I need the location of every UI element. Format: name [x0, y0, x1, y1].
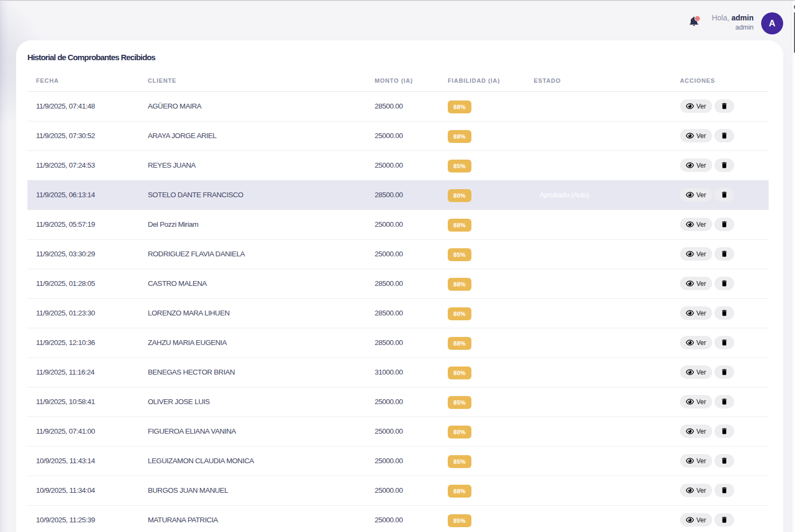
left-edge-shadow: [0, 1, 10, 532]
cell-monto: 25000.00: [366, 446, 439, 476]
cell-estado: [525, 269, 671, 298]
delete-button[interactable]: [714, 129, 734, 142]
ver-button[interactable]: Ver: [680, 484, 712, 497]
ver-button[interactable]: Ver: [680, 513, 712, 527]
ver-button[interactable]: Ver: [680, 218, 712, 231]
delete-button[interactable]: [714, 484, 734, 497]
cell-cliente: FIGUEROA ELIANA VANINA: [139, 416, 366, 446]
fiabilidad-badge: 88%: [448, 219, 471, 232]
ver-button[interactable]: Ver: [680, 99, 712, 113]
cell-fecha: 11/9/2025, 06:13:14: [27, 180, 139, 210]
cell-cliente: LORENZO MARA LIHUEN: [139, 298, 366, 328]
col-header-estado: ESTADO: [525, 70, 671, 91]
cell-estado: [525, 505, 671, 532]
cell-fiabilidad: 85%: [439, 150, 525, 180]
cell-estado: [525, 210, 671, 239]
avatar-initial: A: [769, 18, 775, 29]
delete-button[interactable]: [714, 306, 734, 320]
cell-cliente: ZAHZU MARIA EUGENIA: [139, 328, 366, 357]
cell-acciones: Ver: [671, 357, 769, 387]
page-scrollbar[interactable]: [792, 1, 795, 532]
ver-button[interactable]: Ver: [680, 277, 712, 290]
cell-fiabilidad: 88%: [439, 121, 525, 150]
ver-button[interactable]: Ver: [680, 336, 712, 349]
cell-fiabilidad: 88%: [439, 269, 525, 298]
ver-label: Ver: [696, 221, 706, 228]
cell-monto: 25000.00: [366, 476, 439, 505]
cell-acciones: Ver: [671, 476, 769, 505]
cell-acciones: Ver: [671, 91, 769, 121]
avatar[interactable]: A: [761, 12, 783, 34]
trash-icon: [720, 427, 728, 435]
delete-button[interactable]: [714, 425, 734, 438]
table-header-row: FECHA CLIENTE MONTO (IA) FIABILIDAD (IA)…: [27, 70, 769, 91]
delete-button[interactable]: [714, 188, 734, 202]
ver-button[interactable]: Ver: [680, 425, 712, 438]
cell-fecha: 11/9/2025, 07:24:53: [27, 150, 139, 180]
ver-button[interactable]: Ver: [680, 188, 712, 202]
fiabilidad-badge: 80%: [448, 189, 471, 202]
trash-icon: [720, 309, 728, 317]
delete-button[interactable]: [714, 454, 734, 468]
cell-fecha: 11/9/2025, 01:23:30: [27, 298, 139, 328]
delete-button[interactable]: [714, 247, 734, 261]
cell-fecha: 10/9/2025, 11:34:04: [27, 476, 139, 505]
delete-button[interactable]: [714, 277, 734, 290]
ver-label: Ver: [696, 310, 706, 317]
cell-acciones: Ver: [671, 239, 769, 269]
delete-button[interactable]: [714, 159, 734, 172]
ver-label: Ver: [696, 369, 706, 376]
delete-button[interactable]: [714, 218, 734, 231]
estado-label: Aprobado (Auto): [540, 191, 589, 199]
delete-button[interactable]: [714, 336, 734, 349]
ver-button[interactable]: Ver: [680, 365, 712, 379]
table-row: 11/9/2025, 11:16:24 BENEGAS HECTOR BRIAN…: [27, 357, 769, 387]
eye-icon: [686, 399, 694, 405]
delete-button[interactable]: [714, 513, 734, 527]
cell-fiabilidad: 88%: [439, 328, 525, 357]
ver-button[interactable]: Ver: [680, 159, 712, 172]
delete-button[interactable]: [714, 365, 734, 379]
cell-acciones: Ver: [671, 180, 769, 210]
cell-acciones: Ver: [671, 210, 769, 239]
ver-button[interactable]: Ver: [680, 306, 712, 320]
delete-button[interactable]: [714, 99, 734, 113]
table-row: 11/9/2025, 07:24:53 REYES JUANA 25000.00…: [27, 150, 769, 180]
ver-label: Ver: [696, 132, 706, 140]
receipts-table: FECHA CLIENTE MONTO (IA) FIABILIDAD (IA)…: [27, 70, 769, 532]
eye-icon: [686, 133, 694, 139]
delete-button[interactable]: [714, 395, 734, 408]
cell-cliente: Del Pozzi Miriam: [139, 210, 366, 239]
ver-button[interactable]: Ver: [680, 247, 712, 261]
cell-fecha: 11/9/2025, 07:41:00: [27, 416, 139, 446]
eye-icon: [686, 487, 694, 493]
trash-icon: [720, 398, 728, 406]
cell-cliente: SOTELO DANTE FRANCISCO: [139, 180, 366, 210]
trash-icon: [720, 161, 728, 169]
eye-icon: [686, 103, 694, 109]
eye-icon: [686, 458, 694, 464]
notifications-button[interactable]: [687, 16, 700, 27]
cell-acciones: Ver: [671, 298, 769, 328]
cell-cliente: LEGUIZAMON CLAUDIA MONICA: [139, 446, 366, 476]
cell-estado: [525, 121, 671, 150]
cell-estado: [525, 416, 671, 446]
col-header-monto: MONTO (IA): [366, 70, 439, 91]
cell-fecha: 11/9/2025, 10:58:41: [27, 387, 139, 416]
fiabilidad-badge: 88%: [448, 100, 471, 113]
ver-button[interactable]: Ver: [680, 129, 712, 142]
trash-icon: [720, 250, 728, 258]
cell-acciones: Ver: [671, 416, 769, 446]
cell-monto: 28500.00: [366, 91, 439, 121]
ver-label: Ver: [696, 280, 706, 287]
ver-button[interactable]: Ver: [680, 454, 712, 468]
fiabilidad-badge: 88%: [448, 278, 471, 291]
cell-fiabilidad: 88%: [439, 210, 525, 239]
cell-fiabilidad: 80%: [439, 180, 525, 210]
trash-icon: [720, 102, 728, 110]
cell-cliente: AGÜERO MAIRA: [139, 91, 366, 121]
cell-acciones: Ver: [671, 328, 769, 357]
history-card: Historial de Comprobantes Recibidos FECH…: [16, 40, 783, 532]
ver-button[interactable]: Ver: [680, 395, 712, 408]
trash-icon: [720, 486, 728, 494]
